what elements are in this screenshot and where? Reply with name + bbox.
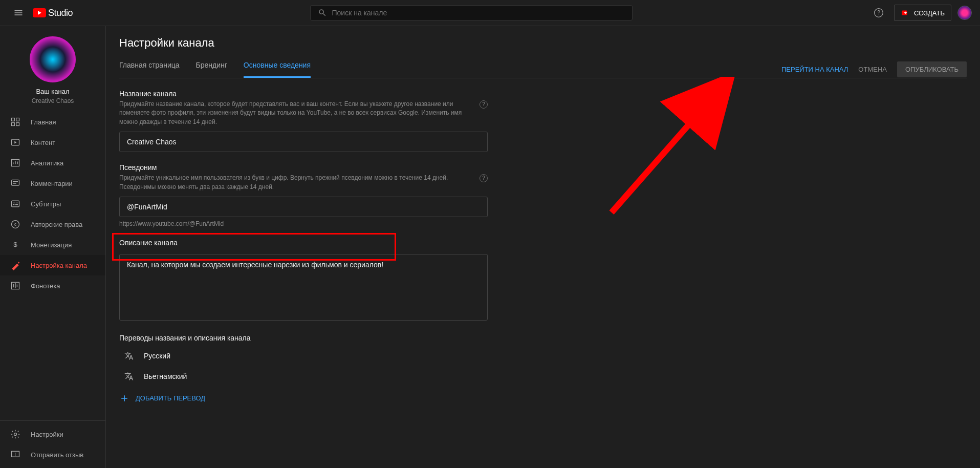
svg-text:c: c [14,222,16,227]
sidebar-item-label: Контент [31,139,55,146]
sidebar-item-audio[interactable]: Фонотека [0,275,105,296]
studio-logo[interactable]: Studio [33,8,73,18]
publish-button[interactable]: ОПУБЛИКОВАТЬ [897,61,967,77]
customize-icon [10,260,20,270]
sidebar-item-label: Субтитры [31,200,61,208]
sidebar-item-copyright[interactable]: c Авторские права [0,214,105,235]
svg-rect-5 [12,123,15,126]
lang-label: Русский [144,352,170,360]
translate-icon [124,372,134,381]
svg-text:!: ! [15,452,16,457]
svg-rect-9 [12,180,19,185]
audio-icon [10,281,20,291]
tab-home[interactable]: Главная страница [119,61,180,78]
sidebar-item-customize[interactable]: Настройка канала [0,255,105,275]
channel-name-label: Название канала [119,90,488,98]
video-icon [10,137,20,147]
account-avatar[interactable] [957,6,972,20]
add-translation-label: ДОБАВИТЬ ПЕРЕВОД [136,394,205,402]
youtube-icon [33,8,46,17]
translate-icon [124,351,134,360]
sidebar-item-label: Настройка канала [31,262,87,269]
sidebar-item-label: Аналитика [31,159,63,167]
svg-text:?: ? [877,10,880,15]
svg-rect-10 [12,201,19,207]
tab-basic-info[interactable]: Основные сведения [244,61,311,78]
sidebar-item-label: Главная [31,118,56,126]
channel-name-help: Придумайте название канала, которое буде… [119,100,476,126]
sidebar-item-label: Настройки [31,431,63,438]
channel-name-input[interactable] [119,132,488,152]
handle-label: Псевдоним [119,163,488,172]
sidebar-settings[interactable]: Настройки [0,424,105,444]
help-icon[interactable]: ? [480,100,488,109]
handle-url: https://www.youtube.com/@FunArtMid [119,220,488,227]
sidebar-item-content[interactable]: Контент [0,132,105,153]
comments-icon [10,178,20,188]
channel-name: Creative Chaos [0,97,105,104]
channel-your-label: Ваш канал [0,88,105,95]
search-input[interactable] [332,9,625,17]
sidebar-feedback[interactable]: ! Отправить отзыв [0,444,105,465]
sidebar-item-comments[interactable]: Комментарии [0,173,105,194]
svg-rect-4 [16,118,19,121]
svg-text:$: $ [13,241,17,248]
create-button[interactable]: СОЗДАТЬ [894,5,951,21]
help-button[interactable]: ? [869,4,888,22]
svg-point-15 [14,433,17,436]
dashboard-icon [10,117,20,127]
add-translation-button[interactable]: ДОБАВИТЬ ПЕРЕВОД [119,393,488,403]
create-label: СОЗДАТЬ [914,9,945,17]
sidebar-item-subtitles[interactable]: Субтитры [0,194,105,214]
hamburger-menu-button[interactable] [8,3,29,23]
tab-branding[interactable]: Брендинг [196,61,227,78]
copyright-icon: c [10,219,20,229]
sidebar-item-label: Авторские права [31,221,82,228]
sidebar-item-label: Отправить отзыв [31,451,83,459]
money-icon: $ [10,240,20,250]
sidebar-item-dashboard[interactable]: Главная [0,112,105,132]
sidebar-item-analytics[interactable]: Аналитика [0,153,105,173]
plus-icon [119,393,129,403]
sidebar-item-monetization[interactable]: $ Монетизация [0,235,105,255]
analytics-icon [10,158,20,168]
svg-rect-6 [16,123,19,126]
sidebar-item-label: Комментарии [31,180,73,187]
create-icon [901,8,910,17]
lang-label: Вьетнамский [144,372,187,380]
subtitles-icon [10,199,20,209]
handle-input[interactable] [119,197,488,217]
gear-icon [10,429,20,439]
channel-block[interactable]: Ваш канал Creative Chaos [0,26,105,112]
description-textarea[interactable] [119,254,488,321]
svg-rect-3 [12,118,15,121]
cancel-button[interactable]: ОТМЕНА [858,66,887,73]
translation-lang-vietnamese[interactable]: Вьетнамский [119,370,488,383]
feedback-icon: ! [10,450,20,460]
translation-lang-russian[interactable]: Русский [119,349,488,363]
search-box[interactable] [310,5,633,20]
logo-text: Studio [48,8,73,18]
sidebar-item-label: Фонотека [31,282,60,290]
view-channel-link[interactable]: ПЕРЕЙТИ НА КАНАЛ [781,66,848,73]
page-title: Настройки канала [119,36,967,50]
description-label: Описание канала [119,239,488,247]
translations-label: Переводы названия и описания канала [119,334,488,342]
handle-help: Придумайте уникальное имя пользователя и… [119,174,476,192]
sidebar-item-label: Монетизация [31,241,72,249]
channel-avatar [30,36,76,82]
search-icon [318,8,327,17]
help-icon[interactable]: ? [480,174,488,182]
